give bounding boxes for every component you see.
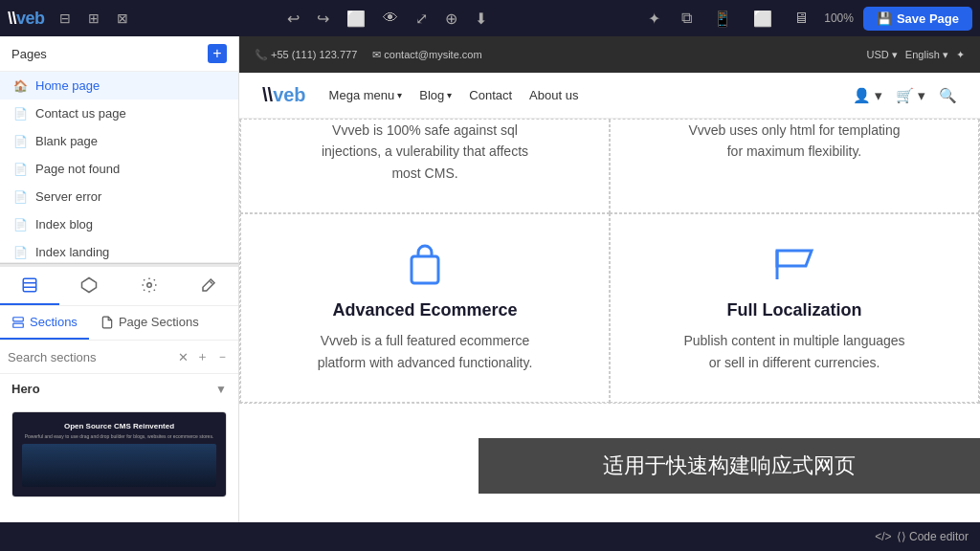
hero-group-header[interactable]: Hero ▼ (0, 374, 238, 404)
thumb-title: Open Source CMS Reinvented (22, 422, 216, 430)
undo-button[interactable]: ↩ (281, 8, 305, 30)
feature-cell-security: Vvveb is 100% safe against sql injection… (240, 120, 610, 213)
page-item-notfound[interactable]: 📄 Page not found (0, 155, 238, 183)
ecommerce-icon (260, 243, 590, 289)
tab-page-sections[interactable]: Page Sections (89, 306, 211, 340)
topbar-star-icon: ✦ (956, 49, 965, 61)
svg-rect-0 (23, 278, 36, 292)
page-icon-servererror: 📄 (13, 190, 28, 204)
section-thumbnail-hero[interactable]: Open Source CMS Reinvented Powerful and … (0, 404, 238, 505)
layers-icon-btn[interactable]: ⊕ (439, 8, 463, 30)
language-selector[interactable]: English ▾ (905, 49, 948, 61)
page-label-contact: Contact us page (35, 106, 126, 121)
feature-cell-customization: Vvveb uses only html for templating for … (610, 120, 979, 213)
toolbar-right: ✦ ⧉ 📱 ⬜ 🖥 100% 💾 Save Page (642, 7, 972, 31)
download-icon-btn[interactable]: ⬇ (469, 8, 493, 30)
search-clear-btn[interactable]: ✕ (176, 348, 190, 366)
page-icon-blank: 📄 (13, 135, 28, 148)
localization-title: Full Localization (630, 300, 959, 320)
search-sections-input[interactable] (8, 350, 172, 364)
toggle-panel-btn[interactable]: ⊞ (83, 8, 104, 29)
main-layout: Pages + 🏠 Home page 📄 Contact us page 📄 … (0, 36, 980, 522)
toggle-full-btn[interactable]: ⊠ (112, 8, 133, 29)
search-add-btn[interactable]: ＋ (194, 346, 211, 367)
thumb-subtitle: Powerful and easy to use drag and drop b… (22, 433, 216, 439)
feature-cell-localization: Full Localization Publish content in mul… (610, 213, 979, 403)
ecommerce-desc: Vvveb is a full featured ecommerce platf… (310, 330, 540, 373)
search-sections-bar: ✕ ＋ － (0, 341, 238, 374)
localization-icon (630, 243, 959, 289)
sections-page-tabs: Sections Page Sections (0, 306, 238, 341)
sun-icon-btn[interactable]: ✦ (642, 8, 666, 30)
add-page-button[interactable]: + (208, 44, 227, 63)
toggle-sidebar-btn[interactable]: ⊟ (55, 8, 76, 29)
page-icon-btn[interactable]: ⬜ (341, 8, 371, 30)
pages-list: 🏠 Home page 📄 Contact us page 📄 Blank pa… (0, 72, 238, 263)
expand-icon-btn[interactable]: ⤢ (410, 8, 434, 30)
hero-group-label: Hero (11, 382, 40, 396)
localization-desc: Publish content in multiple languages or… (679, 330, 909, 373)
user-icon[interactable]: 👤 ▾ (853, 87, 882, 104)
features-grid: Vvveb is 100% safe against sql injection… (239, 119, 980, 404)
feature-desc-customization: Vvveb uses only html for templating for … (689, 122, 901, 159)
thumbnail-card: Open Source CMS Reinvented Powerful and … (11, 411, 227, 497)
site-nav-right: 👤 ▾ 🛒 ▾ 🔍 (853, 87, 957, 104)
tab-sections[interactable]: Sections (0, 306, 89, 340)
thumb-screen (22, 444, 216, 487)
tab-magic-icon[interactable] (179, 267, 238, 305)
nav-about[interactable]: About us (529, 88, 578, 102)
email-info: ✉ contact@mysite.com (372, 49, 481, 61)
page-label-blank: Blank page (35, 134, 98, 148)
desktop-icon-btn[interactable]: 🖥 (788, 8, 814, 29)
hero-group-arrow: ▼ (215, 383, 227, 396)
app-logo: \\veb (8, 9, 45, 29)
tablet-icon-btn[interactable]: ⬜ (747, 8, 778, 30)
page-sections-tab-label: Page Sections (119, 315, 199, 329)
nav-blog[interactable]: Blog ▾ (419, 88, 452, 102)
nav-mega-menu[interactable]: Mega menu ▾ (329, 88, 403, 102)
sidebar: Pages + 🏠 Home page 📄 Contact us page 📄 … (0, 36, 239, 522)
page-item-home[interactable]: 🏠 Home page (0, 72, 238, 99)
redo-button[interactable]: ↪ (311, 8, 335, 30)
toolbar-layout-icons: ⊟ ⊞ ⊠ (55, 8, 133, 29)
cart-icon[interactable]: 🛒 ▾ (896, 87, 925, 104)
page-item-servererror[interactable]: 📄 Server error (0, 183, 238, 210)
feature-desc-security: Vvveb is 100% safe against sql injection… (322, 122, 528, 181)
svg-rect-5 (13, 317, 24, 320)
pages-label: Pages (11, 47, 47, 61)
currency-selector[interactable]: USD ▾ (867, 49, 898, 61)
code-editor-label: ⟨⟩ Code editor (897, 530, 969, 543)
ecommerce-title: Advanced Ecommerce (260, 300, 590, 320)
code-editor-button[interactable]: </> ⟨⟩ Code editor (875, 530, 969, 543)
save-icon: 💾 (877, 11, 892, 26)
tab-settings-icon[interactable] (120, 267, 179, 305)
page-icon-home: 🏠 (13, 79, 28, 93)
link-icon-btn[interactable]: ⧉ (676, 8, 698, 29)
save-page-button[interactable]: 💾 Save Page (863, 7, 972, 31)
svg-marker-3 (82, 278, 97, 293)
eye-icon-btn[interactable]: 👁 (377, 8, 404, 29)
page-item-blank[interactable]: 📄 Blank page (0, 127, 238, 155)
search-icon[interactable]: 🔍 (939, 87, 957, 104)
svg-point-4 (146, 283, 151, 288)
tab-components-icon[interactable] (59, 267, 119, 305)
contact-info: 📞 +55 (111) 123.777 ✉ contact@mysite.com (255, 49, 482, 61)
site-nav: Mega menu ▾ Blog ▾ Contact About us (329, 88, 830, 102)
phone-info: 📞 +55 (111) 123.777 (255, 49, 357, 61)
site-logo: \\veb (262, 84, 306, 106)
currency-lang: USD ▾ English ▾ ✦ (867, 49, 965, 61)
page-item-contact[interactable]: 📄 Contact us page (0, 99, 238, 127)
canvas-topbar: 📞 +55 (111) 123.777 ✉ contact@mysite.com… (239, 36, 980, 73)
zoom-label: 100% (824, 11, 854, 25)
nav-contact[interactable]: Contact (469, 88, 512, 102)
page-item-indexblog[interactable]: 📄 Index blog (0, 210, 238, 238)
toolbar: \\veb ⊟ ⊞ ⊠ ↩ ↪ ⬜ 👁 ⤢ ⊕ ⬇ ✦ ⧉ 📱 ⬜ 🖥 100%… (0, 0, 980, 36)
page-label-servererror: Server error (35, 189, 101, 204)
feature-cell-ecommerce: Advanced Ecommerce Vvveb is a full featu… (240, 213, 610, 403)
page-item-indexlanding[interactable]: 📄 Index landing (0, 238, 238, 263)
search-minus-btn[interactable]: － (214, 346, 231, 367)
mobile-icon-btn[interactable]: 📱 (707, 8, 738, 30)
tab-layers-icon[interactable] (0, 267, 59, 305)
site-navbar: \\veb Mega menu ▾ Blog ▾ Contact About u… (239, 73, 980, 119)
page-icon-indexblog: 📄 (13, 218, 28, 231)
